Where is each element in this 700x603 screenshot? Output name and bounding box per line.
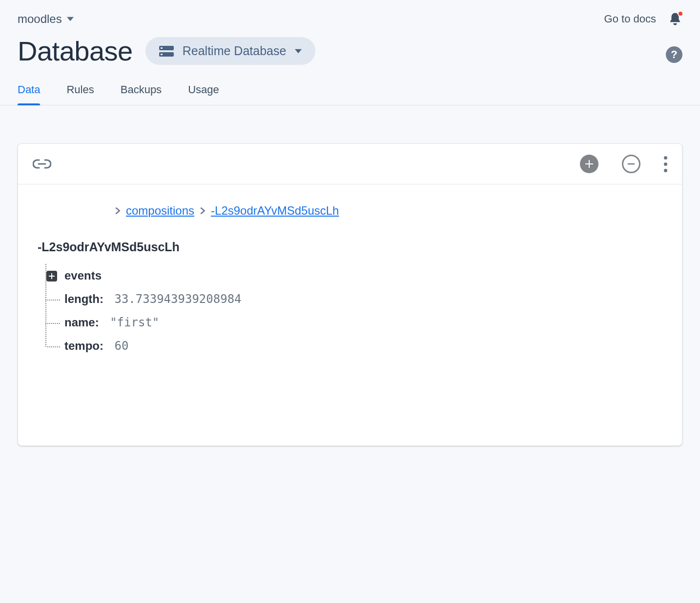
- notification-dot: [678, 11, 683, 17]
- add-button[interactable]: [580, 155, 598, 173]
- tree-value: 33.733943939208984: [114, 292, 241, 306]
- data-card: compositions -L2s9odrAYvMSd5uscLh -L2s9o…: [18, 143, 682, 446]
- minus-icon: [627, 160, 636, 168]
- database-icon: [159, 46, 174, 57]
- tab-data[interactable]: Data: [18, 76, 40, 105]
- tree-node-tempo[interactable]: tempo: 60: [53, 334, 665, 358]
- data-tree: events length: 33.733943939208984 name: …: [45, 264, 665, 358]
- chevron-right-icon: [115, 207, 120, 215]
- plus-icon: [584, 159, 594, 169]
- tree-value: "first": [110, 316, 159, 329]
- card-toolbar: [18, 144, 682, 184]
- toolbar-actions: [580, 155, 667, 173]
- title-left: Database Realtime Database: [0, 33, 333, 76]
- tab-rules[interactable]: Rules: [66, 76, 94, 105]
- tree-node-name[interactable]: name: "first": [53, 311, 665, 334]
- more-menu-button[interactable]: [664, 156, 667, 172]
- remove-button[interactable]: [622, 155, 640, 173]
- svg-rect-2: [161, 47, 163, 49]
- notifications-button[interactable]: [668, 12, 682, 26]
- tree-node-length[interactable]: length: 33.733943939208984: [53, 287, 665, 311]
- tree-key: length:: [64, 292, 103, 305]
- tab-label: Rules: [66, 83, 94, 96]
- card-body: compositions -L2s9odrAYvMSd5uscLh -L2s9o…: [18, 184, 682, 445]
- tab-backups[interactable]: Backups: [121, 76, 162, 105]
- breadcrumb-node-id[interactable]: -L2s9odrAYvMSd5uscLh: [211, 204, 339, 218]
- top-actions: Go to docs: [604, 12, 682, 26]
- database-type-label: Realtime Database: [183, 44, 287, 58]
- docs-link[interactable]: Go to docs: [604, 13, 656, 25]
- title-row: Database Realtime Database ?: [0, 33, 700, 76]
- help-button[interactable]: ?: [666, 46, 682, 63]
- help-glyph: ?: [671, 48, 677, 61]
- tab-usage[interactable]: Usage: [188, 76, 219, 105]
- project-name: moodles: [18, 12, 62, 26]
- tab-label: Usage: [188, 83, 219, 96]
- breadcrumb: compositions -L2s9odrAYvMSd5uscLh: [35, 204, 665, 218]
- root-node-id[interactable]: -L2s9odrAYvMSd5uscLh: [38, 240, 665, 254]
- database-type-selector[interactable]: Realtime Database: [145, 37, 316, 65]
- chevron-down-icon: [295, 48, 302, 55]
- tree-node-events[interactable]: events: [53, 264, 665, 287]
- svg-rect-3: [161, 54, 163, 55]
- chevron-right-icon: [200, 207, 205, 215]
- tree-key: tempo:: [64, 339, 103, 352]
- top-bar: moodles Go to docs: [0, 0, 700, 33]
- breadcrumb-compositions[interactable]: compositions: [126, 204, 194, 218]
- link-icon[interactable]: [33, 158, 51, 170]
- tab-label: Backups: [121, 83, 162, 96]
- svg-rect-4: [628, 163, 635, 165]
- project-selector[interactable]: moodles: [18, 12, 74, 26]
- tree-key: name:: [64, 316, 99, 329]
- page-title: Database: [18, 35, 133, 67]
- tab-label: Data: [18, 83, 40, 96]
- tabs: Data Rules Backups Usage: [0, 76, 700, 105]
- chevron-down-icon: [67, 16, 74, 22]
- tree-key: events: [64, 269, 102, 282]
- tree-value: 60: [114, 339, 128, 353]
- expand-toggle[interactable]: [46, 271, 57, 281]
